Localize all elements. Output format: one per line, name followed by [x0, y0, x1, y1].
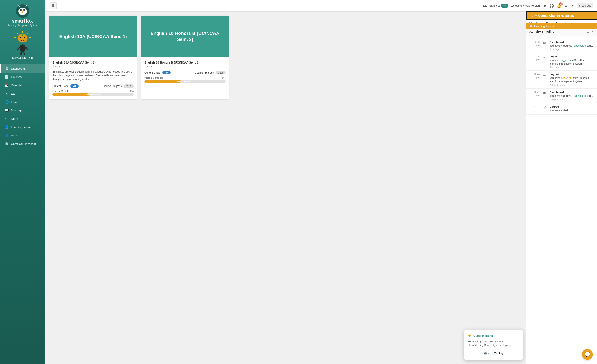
learning-journal-bar[interactable]: 📖 Learning Journal [526, 23, 597, 30]
activity-item: 2:38pm ⊞ Dashboard You have visited your… [526, 39, 597, 53]
logout-button[interactable]: ⎋ Log out [576, 3, 593, 8]
dashboard-link[interactable]: dashboard [574, 44, 586, 47]
svg-line-25 [25, 47, 28, 50]
course-progress-section-2: Course Progress: 0/155 [195, 71, 226, 74]
eef-balance-value[interactable]: $0 [502, 4, 508, 8]
sidebar-item-label-forum: Forum [11, 101, 19, 104]
dashboard-activity-icon-2: ⊞ [542, 91, 547, 96]
activity-content: Dashboard You have visited your dashboar… [550, 40, 594, 51]
course-change-requests-button[interactable]: ⚠ ⚠ Course Change Requests [526, 11, 597, 20]
screen-icon[interactable]: 🖥 [564, 4, 568, 8]
forum-icon: 🌐 [5, 100, 8, 104]
login-activity-icon: → [542, 55, 547, 60]
sidebar-item-label-notes: Notes [11, 117, 18, 120]
activity-time: 12:41pm [529, 91, 540, 101]
sidebar-item-dashboard[interactable]: ⊞ Dashboard [0, 64, 45, 73]
sidebar-item-eef[interactable]: ◎ EEF [0, 89, 45, 98]
avatar [11, 32, 34, 55]
sidebar-item-profile[interactable]: 👤 Profile [0, 131, 45, 139]
sidebar-item-calendar[interactable]: 📅 Calendar [0, 81, 45, 89]
svg-point-19 [23, 34, 28, 42]
course-card-2[interactable]: English 10 Honors B (UC/NCAA Sem. 2) Eng… [141, 16, 229, 100]
sidebar-navigation: ⊞ Dashboard 📄 Courses ❯ 📅 Calendar ◎ EEF… [0, 64, 45, 148]
sidebar-item-unofficial-transcript[interactable]: 📋 Unofficial Transcript [0, 139, 45, 148]
video-camera-icon: 📹 [484, 351, 487, 355]
activity-time-ago: 0 sec ago [550, 48, 594, 51]
progress-badge-1: 0/309 [124, 85, 134, 88]
current-grade-label-2: Current Grade: [144, 71, 161, 74]
eef-icon: ◎ [5, 92, 8, 95]
class-meeting-course: English 9A (1800) - Section 262211 [468, 340, 507, 343]
activity-icon-col: 📄 [542, 105, 547, 112]
course-title-1: English 10A (UC/NCAA Sem. 1) [53, 61, 134, 64]
notes-icon: ✏ [5, 117, 8, 121]
logo-subtitle: Learning Management System [8, 24, 37, 27]
activity-icon-col: ⊞ [542, 40, 547, 51]
activity-time: 12:44pm [529, 73, 540, 86]
sidebar-item-label-profile: Profile [11, 134, 19, 137]
dashboard-link-2[interactable]: dashboard [574, 94, 586, 97]
activity-panel: ⚠ ⚠ Course Change Requests View Course C… [526, 11, 597, 364]
course-card-1[interactable]: English 10A (UC/NCAA Sem. 1) English 10A… [49, 16, 137, 100]
lj-label: Learning Journal [534, 25, 555, 28]
logout-activity-icon: ⇒ [542, 73, 547, 78]
activity-event-title: Course [550, 105, 594, 108]
progress-bar-label-2: Course Pace 45% [177, 80, 193, 82]
course-header-title-2: English 10 Honors B (UC/NCAA Sem. 2) [145, 31, 225, 42]
main-scroll: English 10A (UC/NCAA Sem. 1) English 10A… [45, 11, 526, 364]
activity-icon-col: ⇒ [542, 73, 547, 86]
course-stats-2: Current Grade: N/A Course Progress: 0/15… [144, 71, 226, 74]
svg-line-26 [21, 51, 21, 55]
headset-icon[interactable]: 🎧 [550, 4, 554, 8]
activity-event-desc: You have logged out from Smartfox learni… [550, 76, 594, 83]
favorites-icon[interactable]: ★ [543, 4, 547, 8]
sidebar-item-label-eef: EEF [11, 92, 16, 95]
course-activity-icon: 📄 [542, 105, 547, 110]
activity-time: 2:38pm [529, 55, 540, 69]
user-name-display: Nicole McLain [12, 56, 33, 60]
topbar: ☰ EEF Balance: $0 Welcome Nicole McLain!… [45, 0, 597, 11]
percent-value-1: 0% [130, 90, 134, 92]
activity-item: 12:44pm ⇒ Logout You have logged out fro… [526, 71, 597, 89]
class-meeting-header: ★ Class Meeting [468, 333, 519, 338]
progress-bar-1: Course Pace 45% [53, 93, 134, 96]
activity-item: 12:41 📄 Course You have visited your [526, 103, 597, 115]
sidebar-item-forum[interactable]: 🌐 Forum [0, 98, 45, 106]
lj-icon: 📖 [529, 25, 533, 28]
activity-item: 12:41pm ⊞ Dashboard You have visited you… [526, 89, 597, 103]
sidebar-item-label-learning-journal: Learning Journal [11, 126, 32, 129]
close-button[interactable]: ✕ [591, 30, 594, 33]
percent-complete-label-2: Percent Complete [144, 77, 163, 79]
mail-icon[interactable]: ✉ [571, 4, 573, 8]
activity-controls: ▲ ✕ [587, 30, 594, 33]
collapse-button[interactable]: ▲ [587, 30, 589, 33]
activity-event-desc: You have visited your dashboard page. [550, 44, 594, 48]
activity-time-ago: 7 days 1 hr ago [550, 98, 594, 101]
activity-list: 2:38pm ⊞ Dashboard You have visited your… [526, 36, 597, 364]
logged-out-link[interactable]: logged out [561, 77, 572, 79]
learning-journal-icon: 📘 [5, 125, 8, 129]
activity-time: 2:38pm [529, 40, 540, 51]
join-meeting-button[interactable]: 📹 Join Meeting [468, 349, 519, 356]
content-area: English 10A (UC/NCAA Sem. 1) English 10A… [45, 11, 597, 364]
messages-icon: 💬 [5, 108, 8, 112]
course-title-2: English 10 Honors B (UC/NCAA Sem. 2) [144, 61, 226, 64]
activity-event-desc: You have visited your [550, 109, 594, 112]
chat-bubble[interactable]: 💬 [582, 349, 593, 360]
sidebar-item-messages[interactable]: 💬 Messages [0, 106, 45, 115]
notifications-icon[interactable]: 🔔 13 [557, 4, 561, 8]
profile-icon: 👤 [5, 133, 8, 137]
class-meeting-title: Class Meeting [473, 334, 493, 337]
sidebar-item-notes[interactable]: ✏ Notes [0, 115, 45, 123]
sidebar-item-learning-journal[interactable]: 📘 Learning Journal [0, 123, 45, 131]
activity-time-ago: 7 days 1 hr ago [550, 84, 594, 86]
menu-toggle-button[interactable]: ☰ [49, 2, 57, 9]
activity-item: 2:38pm → Login You have logged in to Sma… [526, 53, 597, 71]
activity-content: Course You have visited your [550, 105, 594, 112]
logged-in-link[interactable]: logged in [561, 59, 571, 62]
course-progress-section-1: Course Progress: 0/309 [103, 85, 134, 88]
course-progress-label-1: Course Progress: [103, 85, 122, 88]
sidebar-item-courses[interactable]: 📄 Courses ❯ [0, 73, 45, 81]
activity-content: Logout You have logged out from Smartfox… [550, 73, 594, 86]
svg-point-6 [20, 9, 22, 11]
